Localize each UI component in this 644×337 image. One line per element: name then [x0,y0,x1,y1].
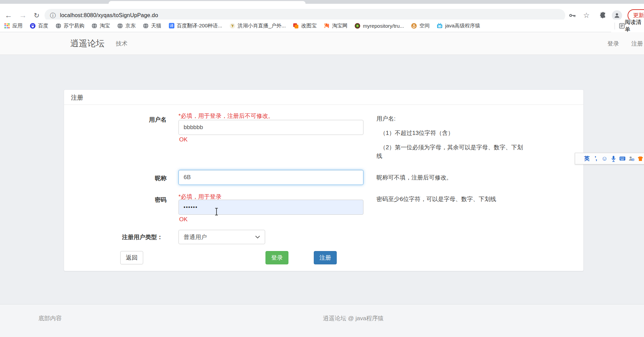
ime-emoji-icon[interactable]: ☺ [602,155,608,162]
bookmark-gaitubao[interactable]: 改图宝 [293,23,317,29]
bookmarks-divider [615,23,615,29]
nav-item-signup[interactable]: 注册 [631,40,643,48]
globe-icon [143,23,149,29]
nickname-label: 昵称 [64,174,166,182]
page-info-icon[interactable]: ⓘ [50,12,56,20]
url-text[interactable]: localhost:8080/xyqas/toSignUpPage.do [60,12,158,18]
bookmark-myrepository[interactable]: myrepository/tru... [355,23,404,29]
footer-site-credit: 逍遥论坛 @ java程序猿 [323,314,384,322]
mouse-ibeam-cursor [214,208,219,217]
ime-microphone-icon[interactable] [611,155,616,162]
username-input[interactable] [178,120,363,135]
bookmark-apps[interactable]: 应用 [4,23,23,29]
browser-tab-strip [0,0,644,4]
ime-skin-icon[interactable] [637,155,643,162]
password-status-ok: OK [179,216,188,223]
password-label: 密码 [64,196,166,204]
extensions-puzzle-icon[interactable] [598,11,608,20]
bookmark-live-stream[interactable]: 洪湖小肖直播_户外... [230,23,286,29]
card-header: 注册 [64,90,583,105]
screenshot-root: { "browser": { "url": "localhost:8080/xy… [0,0,644,337]
reading-list-icon [619,23,625,29]
page-footer: 底部内容 逍遥论坛 @ java程序猿 [0,304,644,337]
bookmark-tmall[interactable]: 天猫 [143,23,161,29]
username-help-rule-2: （2）第一位必须为字母，其余可以是字母、数字、下划线 [376,143,524,160]
user-type-selected-value: 普通用户 [184,233,207,241]
user-type-select[interactable]: 普通用户 [178,230,265,244]
browser-toolbar: ← → ↻ ⓘ localhost:8080/xyqas/toSignUpPag… [0,4,644,20]
globe-icon [117,23,123,29]
password-key-icon[interactable] [568,11,577,20]
bookmark-jd[interactable]: 京东 [117,23,136,29]
profile-avatar[interactable] [612,10,622,21]
apps-grid-icon [4,23,10,29]
ime-keyboard-icon[interactable] [619,155,626,162]
password-help: 密码至少6位字符，可以是字母、数字、下划线 [376,195,496,203]
qzone-icon [411,23,417,29]
site-navbar: 逍遥论坛 技术 登录 注册 [0,32,644,55]
bookmark-baidu-translate[interactable]: 译 百度翻译-200种语... [169,23,222,29]
bookmarks-bar: 应用 百度 苏宁易购 淘宝 京东 天猫 译 百度翻译-200种语... [0,20,644,32]
nav-item-login[interactable]: 登录 [607,40,619,48]
forward-button: → [17,11,29,20]
taobao-icon: 淘 [324,23,330,29]
reading-list-button[interactable]: 阅读清单 [611,20,644,32]
live-stream-icon [230,23,235,29]
bookmark-suning[interactable]: 苏宁易购 [55,23,84,29]
nickname-input[interactable] [178,170,363,185]
login-button[interactable]: 登录 [265,251,288,264]
nickname-help: 昵称可不填，注册后可修改。 [376,174,452,182]
username-help-title: 用户名: [376,114,524,123]
footer-left-text: 底部内容 [38,314,62,322]
ime-english-mode[interactable]: 英 [584,155,590,162]
baidu-paw-icon [30,23,36,29]
site-brand[interactable]: 逍遥论坛 [70,38,104,49]
ime-punctuation-icon[interactable]: ’, [593,155,598,162]
repository-icon [355,23,360,29]
back-button[interactable]: ← [3,11,14,20]
signup-card: 注册 *必填，用于登录，注册后不可修改。 用户名 OK 用户名: （1）不超过1… [64,89,584,271]
username-status-ok: OK [179,136,188,143]
gaitubao-icon [293,23,299,29]
reload-button[interactable]: ↻ [31,11,42,20]
username-help-rule-1: （1）不超过13位字符（含） [376,129,524,137]
ime-profile-icon[interactable] [629,155,634,162]
bookmark-taobao[interactable]: 淘宝 [91,23,110,29]
bookmark-taobao-site[interactable]: 淘 淘宝网 [324,23,347,29]
register-button[interactable]: 注册 [314,251,337,264]
globe-icon [55,23,61,29]
bookmark-bilibili[interactable]: java高级程序猿 [437,23,480,29]
bookmark-baidu[interactable]: 百度 [30,23,48,29]
ime-toolbar: 英 ’, ☺ [575,153,644,164]
translate-icon: 译 [169,23,174,29]
username-label: 用户名 [64,116,166,124]
globe-icon [91,23,97,29]
bilibili-tv-icon [437,23,443,29]
bookmark-qzone[interactable]: 空间 [411,23,430,29]
username-required-note: *必填，用于登录，注册后不可修改。 [178,112,274,120]
active-tab[interactable] [109,1,306,4]
chevron-down-icon [255,234,260,240]
username-help: 用户名: （1）不超过13位字符（含） （2）第一位必须为字母，其余可以是字母、… [376,114,524,166]
card-title: 注册 [71,93,83,102]
bookmark-star-icon[interactable]: ☆ [582,11,591,20]
nav-item-tech[interactable]: 技术 [116,40,127,48]
user-type-label: 注册用户类型： [64,233,163,241]
password-input[interactable] [178,200,363,215]
back-to-previous-button[interactable]: 返回 [120,251,143,264]
